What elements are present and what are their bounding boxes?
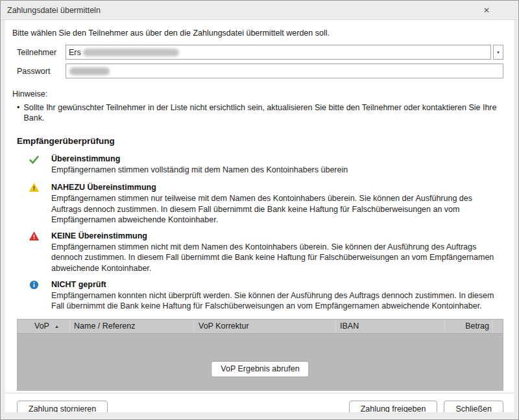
teilnehmer-value[interactable]: Ers (66, 45, 491, 60)
dropdown-button[interactable]: ▼ (493, 45, 503, 60)
cancel-payment-button[interactable]: Zahlung stornieren (17, 401, 108, 412)
column-header-name-referenz[interactable]: Name / Referenz (70, 320, 194, 333)
error-icon (17, 231, 51, 274)
close-dialog-button[interactable]: Schließen (444, 401, 503, 412)
column-header-filler (493, 320, 503, 333)
status-title: KEINE Übereinstimmung (51, 231, 503, 241)
status-description: Empfängernamen konnten nicht überprüft w… (51, 290, 503, 312)
column-header-iban[interactable]: IBAN (336, 320, 445, 333)
content-panel: Bitte wählen Sie den Teilnehmer aus über… (5, 20, 514, 412)
hinweise-label: Hinweise: (12, 89, 503, 99)
table-body-empty: VoP Ergebnis abrufen (17, 334, 503, 391)
status-description: Empfängernamen stimmen vollständig mit d… (51, 165, 503, 175)
status-title: NAHEZU Übereinstimmung (51, 182, 503, 192)
status-item-near-match: NAHEZU Übereinstimmung Empfängernamen st… (5, 182, 503, 225)
status-item-match: Übereinstimmung Empfängernamen stimmen v… (5, 154, 503, 175)
payment-file-dialog: Zahlungsdatei übermitteln ✕ Bitte wählen… (0, 0, 519, 420)
column-header-betrag[interactable]: Betrag (445, 320, 493, 333)
approve-payment-button[interactable]: Zahlung freigeben (349, 401, 438, 412)
teilnehmer-label: Teilnehmer (17, 48, 66, 57)
status-item-not-checked: NICHT geprüft Empfängernamen konnten nic… (5, 279, 503, 312)
table-header: VoP ▲ Name / Referenz VoP Korrektur IBAN… (17, 319, 503, 334)
passwort-row: Passwort (17, 64, 503, 78)
status-title: Übereinstimmung (51, 154, 503, 164)
status-description: Empfängernamen stimmen nur teilweise mit… (51, 193, 503, 225)
warning-icon (17, 182, 51, 225)
intro-text: Bitte wählen Sie den Teilnehmer aus über… (12, 29, 503, 38)
status-description: Empfängernamen stimmen nicht mit dem Nam… (51, 242, 503, 274)
column-header-vop[interactable]: VoP ▲ (18, 320, 70, 333)
vop-result-table: VoP ▲ Name / Referenz VoP Korrektur IBAN… (17, 319, 503, 391)
passwort-input[interactable] (66, 64, 503, 78)
column-header-vop-korrektur[interactable]: VoP Korrektur (194, 320, 336, 333)
footer-buttons: Zahlung stornieren Zahlung freigeben Sch… (17, 401, 503, 412)
close-icon[interactable]: ✕ (479, 3, 494, 18)
passwort-label: Passwort (17, 67, 66, 76)
status-item-no-match: KEINE Übereinstimmung Empfängernamen sti… (5, 231, 503, 274)
check-icon (17, 154, 51, 175)
footer-separator (5, 393, 514, 393)
bullet-icon: • (17, 102, 19, 123)
dialog-title: Zahlungsdatei übermitteln (7, 6, 101, 15)
status-title: NICHT geprüft (51, 279, 503, 290)
teilnehmer-select[interactable]: Ers ▼ (66, 45, 503, 60)
hinweise-item-text: Sollte Ihr gewünschter Teilnehmer in der… (23, 102, 503, 123)
verification-heading: Empfängerüberprüfung (17, 136, 503, 146)
sort-asc-icon: ▲ (54, 324, 59, 329)
titlebar: Zahlungsdatei übermitteln (1, 1, 518, 20)
vop-fetch-button[interactable]: VoP Ergebnis abrufen (211, 361, 309, 377)
redacted-text (83, 49, 179, 56)
teilnehmer-row: Teilnehmer Ers ▼ (17, 45, 503, 60)
redacted-text (69, 67, 110, 75)
hinweise-item: • Sollte Ihr gewünschter Teilnehmer in d… (17, 102, 503, 123)
chevron-down-icon: ▼ (496, 51, 500, 54)
teilnehmer-value-visible: Ers (69, 48, 81, 57)
info-icon (17, 279, 51, 312)
